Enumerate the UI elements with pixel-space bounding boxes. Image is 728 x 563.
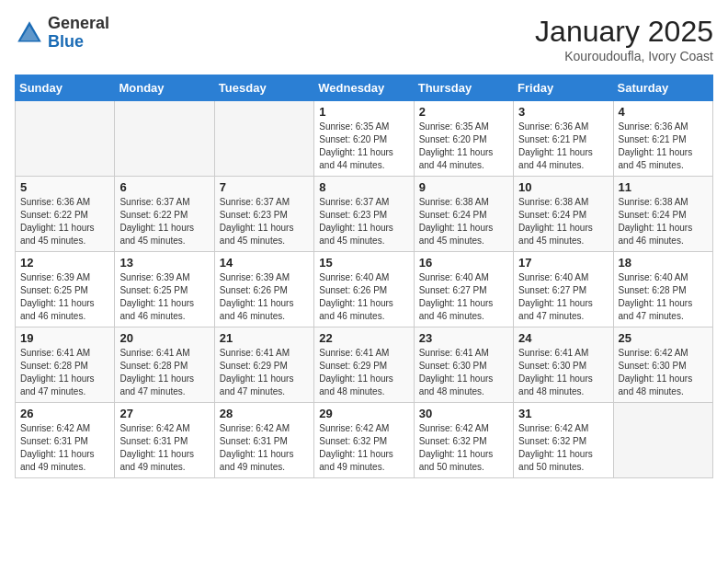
day-number: 20: [119, 331, 209, 345]
calendar-cell: 23Sunrise: 6:41 AM Sunset: 6:30 PM Dayli…: [414, 327, 513, 403]
day-number: 16: [419, 256, 508, 270]
day-number: 21: [220, 331, 309, 345]
week-row-4: 19Sunrise: 6:41 AM Sunset: 6:28 PM Dayli…: [16, 327, 713, 403]
calendar-cell: 28Sunrise: 6:42 AM Sunset: 6:31 PM Dayli…: [214, 403, 313, 478]
day-info: Sunrise: 6:41 AM Sunset: 6:30 PM Dayligh…: [518, 347, 608, 398]
day-info: Sunrise: 6:36 AM Sunset: 6:21 PM Dayligh…: [619, 121, 708, 172]
calendar-cell: 3Sunrise: 6:36 AM Sunset: 6:21 PM Daylig…: [514, 101, 613, 177]
calendar-cell: 19Sunrise: 6:41 AM Sunset: 6:28 PM Dayli…: [16, 327, 115, 403]
day-number: 19: [20, 331, 109, 345]
day-info: Sunrise: 6:40 AM Sunset: 6:27 PM Dayligh…: [419, 271, 508, 323]
day-info: Sunrise: 6:42 AM Sunset: 6:32 PM Dayligh…: [419, 422, 508, 474]
day-info: Sunrise: 6:39 AM Sunset: 6:25 PM Dayligh…: [20, 271, 109, 323]
day-info: Sunrise: 6:41 AM Sunset: 6:30 PM Dayligh…: [419, 347, 508, 398]
day-info: Sunrise: 6:41 AM Sunset: 6:28 PM Dayligh…: [119, 347, 209, 398]
header-tuesday: Tuesday: [214, 75, 313, 101]
day-info: Sunrise: 6:42 AM Sunset: 6:31 PM Dayligh…: [119, 422, 209, 474]
calendar-cell: 18Sunrise: 6:40 AM Sunset: 6:28 PM Dayli…: [613, 252, 712, 327]
header-row: SundayMondayTuesdayWednesdayThursdayFrid…: [16, 75, 713, 101]
day-number: 22: [319, 331, 408, 345]
logo-general-text: General: [48, 15, 109, 33]
day-info: Sunrise: 6:38 AM Sunset: 6:24 PM Dayligh…: [518, 196, 608, 247]
day-info: Sunrise: 6:39 AM Sunset: 6:26 PM Dayligh…: [220, 271, 309, 323]
header-friday: Friday: [514, 75, 613, 101]
logo-blue-text: Blue: [48, 33, 109, 52]
calendar-cell: 25Sunrise: 6:42 AM Sunset: 6:30 PM Dayli…: [613, 327, 712, 403]
day-number: 5: [20, 180, 109, 194]
calendar-cell: 8Sunrise: 6:37 AM Sunset: 6:23 PM Daylig…: [314, 177, 414, 252]
calendar-cell: 4Sunrise: 6:36 AM Sunset: 6:21 PM Daylig…: [613, 101, 712, 177]
calendar-cell: 17Sunrise: 6:40 AM Sunset: 6:27 PM Dayli…: [514, 252, 613, 327]
day-number: 18: [619, 256, 708, 270]
day-number: 25: [619, 331, 708, 345]
day-info: Sunrise: 6:36 AM Sunset: 6:22 PM Dayligh…: [20, 196, 109, 247]
day-number: 17: [518, 256, 608, 270]
calendar-cell: 24Sunrise: 6:41 AM Sunset: 6:30 PM Dayli…: [514, 327, 613, 403]
day-number: 28: [220, 407, 309, 420]
day-number: 8: [319, 180, 408, 194]
calendar-cell: 9Sunrise: 6:38 AM Sunset: 6:24 PM Daylig…: [414, 177, 513, 252]
day-number: 10: [518, 180, 608, 194]
day-info: Sunrise: 6:36 AM Sunset: 6:21 PM Dayligh…: [518, 121, 608, 172]
logo-icon: [15, 18, 44, 48]
calendar-cell: 21Sunrise: 6:41 AM Sunset: 6:29 PM Dayli…: [214, 327, 313, 403]
calendar-cell: 30Sunrise: 6:42 AM Sunset: 6:32 PM Dayli…: [414, 403, 513, 478]
title-block: January 2025 Kouroudoufla, Ivory Coast: [535, 15, 713, 63]
calendar-cell: [115, 101, 214, 177]
day-number: 6: [119, 180, 209, 194]
day-number: 27: [119, 407, 209, 420]
day-number: 2: [419, 105, 508, 119]
calendar-cell: 2Sunrise: 6:35 AM Sunset: 6:20 PM Daylig…: [414, 101, 513, 177]
day-info: Sunrise: 6:41 AM Sunset: 6:29 PM Dayligh…: [319, 347, 408, 398]
day-number: 13: [119, 256, 209, 270]
calendar-cell: [613, 403, 712, 478]
calendar-cell: [16, 101, 115, 177]
day-number: 14: [220, 256, 309, 270]
day-number: 1: [319, 105, 408, 119]
calendar-cell: 27Sunrise: 6:42 AM Sunset: 6:31 PM Dayli…: [115, 403, 214, 478]
header-sunday: Sunday: [16, 75, 115, 101]
day-number: 24: [518, 331, 608, 345]
day-number: 9: [419, 180, 508, 194]
calendar-cell: 22Sunrise: 6:41 AM Sunset: 6:29 PM Dayli…: [314, 327, 414, 403]
day-info: Sunrise: 6:35 AM Sunset: 6:20 PM Dayligh…: [319, 121, 408, 172]
day-info: Sunrise: 6:40 AM Sunset: 6:27 PM Dayligh…: [518, 271, 608, 323]
day-info: Sunrise: 6:37 AM Sunset: 6:23 PM Dayligh…: [319, 196, 408, 247]
header-wednesday: Wednesday: [314, 75, 414, 101]
week-row-3: 12Sunrise: 6:39 AM Sunset: 6:25 PM Dayli…: [16, 252, 713, 327]
header-thursday: Thursday: [414, 75, 513, 101]
day-info: Sunrise: 6:42 AM Sunset: 6:31 PM Dayligh…: [20, 422, 109, 474]
logo: General Blue: [15, 15, 109, 52]
calendar-cell: 31Sunrise: 6:42 AM Sunset: 6:32 PM Dayli…: [514, 403, 613, 478]
calendar-cell: 26Sunrise: 6:42 AM Sunset: 6:31 PM Dayli…: [16, 403, 115, 478]
calendar-cell: 15Sunrise: 6:40 AM Sunset: 6:26 PM Dayli…: [314, 252, 414, 327]
day-number: 3: [518, 105, 608, 119]
day-info: Sunrise: 6:42 AM Sunset: 6:31 PM Dayligh…: [220, 422, 309, 474]
location: Kouroudoufla, Ivory Coast: [535, 49, 713, 63]
day-number: 15: [319, 256, 408, 270]
logo-text: General Blue: [48, 15, 109, 52]
day-number: 11: [619, 180, 708, 194]
day-number: 23: [419, 331, 508, 345]
calendar-cell: 6Sunrise: 6:37 AM Sunset: 6:22 PM Daylig…: [115, 177, 214, 252]
header-saturday: Saturday: [613, 75, 712, 101]
calendar-cell: [214, 101, 313, 177]
calendar-cell: 11Sunrise: 6:38 AM Sunset: 6:24 PM Dayli…: [613, 177, 712, 252]
calendar-table: SundayMondayTuesdayWednesdayThursdayFrid…: [15, 75, 713, 478]
calendar-cell: 14Sunrise: 6:39 AM Sunset: 6:26 PM Dayli…: [214, 252, 313, 327]
day-info: Sunrise: 6:37 AM Sunset: 6:22 PM Dayligh…: [119, 196, 209, 247]
day-info: Sunrise: 6:41 AM Sunset: 6:29 PM Dayligh…: [220, 347, 309, 398]
page-header: General Blue January 2025 Kouroudoufla, …: [15, 15, 713, 63]
calendar-cell: 16Sunrise: 6:40 AM Sunset: 6:27 PM Dayli…: [414, 252, 513, 327]
day-number: 31: [518, 407, 608, 420]
calendar-cell: 20Sunrise: 6:41 AM Sunset: 6:28 PM Dayli…: [115, 327, 214, 403]
day-info: Sunrise: 6:41 AM Sunset: 6:28 PM Dayligh…: [20, 347, 109, 398]
day-info: Sunrise: 6:40 AM Sunset: 6:28 PM Dayligh…: [619, 271, 708, 323]
day-info: Sunrise: 6:42 AM Sunset: 6:32 PM Dayligh…: [518, 422, 608, 474]
week-row-1: 1Sunrise: 6:35 AM Sunset: 6:20 PM Daylig…: [16, 101, 713, 177]
calendar-cell: 12Sunrise: 6:39 AM Sunset: 6:25 PM Dayli…: [16, 252, 115, 327]
day-info: Sunrise: 6:35 AM Sunset: 6:20 PM Dayligh…: [419, 121, 508, 172]
calendar-cell: 10Sunrise: 6:38 AM Sunset: 6:24 PM Dayli…: [514, 177, 613, 252]
month-title: January 2025: [535, 15, 713, 49]
day-number: 29: [319, 407, 408, 420]
